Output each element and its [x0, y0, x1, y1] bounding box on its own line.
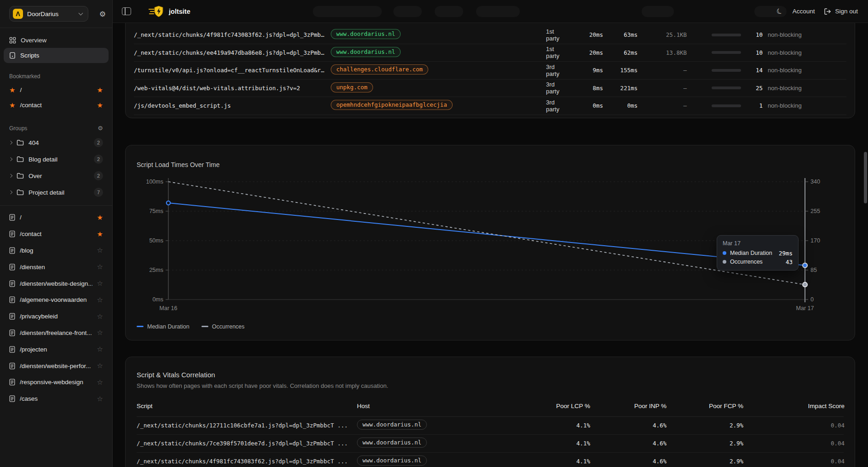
group-item[interactable]: Over 2: [0, 167, 112, 184]
duration-1: 9ms: [563, 67, 603, 74]
bookmarked-item-label: /: [20, 86, 92, 93]
impact-score-value: 0.04: [743, 458, 845, 465]
host-pill[interactable]: www.doordarius.nl: [331, 47, 401, 57]
host-pill[interactable]: opemhndcehfgipokneipaafbglcecjia: [331, 100, 453, 110]
page-item[interactable]: /diensten/freelance-front... ☆: [0, 325, 112, 341]
script-url: /_next/static/chunks/4f981fc743083f62.js…: [134, 31, 331, 38]
script-url: /web-vitals@4/dist/web-vitals.attributio…: [134, 85, 331, 92]
page-item[interactable]: /privacybeleid ☆: [0, 308, 112, 325]
page-item[interactable]: / ★: [0, 209, 112, 226]
chart-card: Script Load Times Over Time 100ms75ms50m…: [125, 145, 855, 340]
app-brand[interactable]: joltsite: [149, 6, 190, 17]
star-toggle-icon[interactable]: ☆: [97, 362, 103, 370]
chevron-right-icon[interactable]: [9, 174, 12, 178]
bookmarked-item[interactable]: ★ / ★: [0, 82, 112, 98]
main-content[interactable]: /_next/static/chunks/4f981fc743083f62.js…: [113, 23, 868, 467]
sidebar-item-label: Scripts: [20, 52, 39, 59]
correlation-subtitle: Shows how often pages with each script h…: [137, 382, 844, 389]
page-item[interactable]: /projecten ☆: [0, 341, 112, 357]
chevron-right-icon[interactable]: [9, 141, 12, 144]
page-item[interactable]: /diensten/website-design... ☆: [0, 275, 112, 292]
star-toggle-icon[interactable]: ★: [97, 213, 103, 222]
group-item[interactable]: Project detail 7: [0, 184, 112, 201]
chevron-right-icon[interactable]: [9, 157, 12, 161]
correlation-row[interactable]: /_next/static/chunks/4f981fc743083f62.js…: [137, 453, 844, 467]
svg-text:0: 0: [811, 296, 814, 303]
page-item[interactable]: /diensten/website-perfor... ☆: [0, 357, 112, 374]
svg-text:50ms: 50ms: [149, 237, 163, 244]
host-cell: www.doordarius.nl: [357, 420, 463, 431]
page-item[interactable]: /cases ☆: [0, 391, 112, 407]
size-value: 13.8KB: [638, 49, 687, 56]
signout-icon: [824, 8, 831, 15]
page-item[interactable]: /responsive-webdesign ☆: [0, 374, 112, 391]
correlation-row[interactable]: /_next/static/chunks/7ce398f5701dee7d.js…: [137, 435, 844, 453]
page-item-label: /algemene-voorwaarden: [20, 296, 92, 303]
legend-median-duration[interactable]: Median Duration: [137, 323, 190, 330]
star-toggle-icon[interactable]: ☆: [97, 263, 103, 271]
group-item[interactable]: Blog detail 2: [0, 151, 112, 167]
host-pill[interactable]: www.doordarius.nl: [357, 455, 427, 466]
script-table-row[interactable]: /_next/static/chunks/ee419a947dba86e8.js…: [134, 44, 846, 62]
impact-score-value: 0.04: [743, 440, 845, 447]
bookmarked-item[interactable]: ★ /contact ★: [0, 98, 112, 113]
page-item[interactable]: /algemene-voorwaarden ☆: [0, 292, 112, 308]
groups-settings-gear-icon[interactable]: ⚙: [98, 125, 103, 132]
host-cell: www.doordarius.nl: [331, 47, 517, 58]
script-table-row[interactable]: /turnstile/v0/api.js?onload=cf__reactTur…: [134, 62, 846, 80]
page-item[interactable]: /contact ★: [0, 226, 112, 242]
host-pill[interactable]: challenges.cloudflare.com: [331, 64, 428, 75]
workspace-switcher[interactable]: Λ DoorDarius: [9, 6, 88, 22]
chevron-right-icon[interactable]: [9, 190, 12, 194]
sidebar-toggle-icon[interactable]: [122, 7, 131, 15]
script-table-row[interactable]: /_next/static/chunks/4f981fc743083f62.js…: [134, 26, 846, 44]
host-pill[interactable]: www.doordarius.nl: [357, 420, 427, 430]
duration-1: 20ms: [563, 31, 603, 38]
app-name: joltsite: [169, 8, 190, 15]
star-toggle-icon[interactable]: ★: [97, 86, 103, 94]
script-table-row[interactable]: /web-vitals@4/dist/web-vitals.attributio…: [134, 80, 846, 98]
star-toggle-icon[interactable]: ☆: [97, 395, 103, 403]
host-cell: www.doordarius.nl: [357, 438, 463, 449]
page-item-label: /projecten: [20, 346, 92, 353]
page-item-label: /diensten/website-perfor...: [20, 363, 92, 369]
host-pill[interactable]: unpkg.com: [331, 82, 373, 92]
usage-bar: [687, 86, 741, 89]
series-dot-icon: [723, 260, 726, 264]
duration-2: 62ms: [603, 49, 638, 56]
script-file-icon: [9, 52, 16, 59]
party-label: 3rd party: [517, 81, 563, 95]
star-toggle-icon[interactable]: ☆: [97, 329, 103, 337]
star-toggle-icon[interactable]: ☆: [97, 345, 103, 353]
sidebar-item-scripts[interactable]: Scripts: [4, 48, 109, 63]
star-toggle-icon[interactable]: ★: [97, 101, 103, 110]
window-scrollbar[interactable]: [864, 152, 867, 203]
svg-text:75ms: 75ms: [149, 208, 163, 214]
correlation-row[interactable]: /_next/static/chunks/12711c106cbfe7a1.js…: [137, 417, 844, 435]
page-item[interactable]: /diensten ☆: [0, 259, 112, 275]
star-toggle-icon[interactable]: ☆: [97, 279, 103, 288]
star-toggle-icon[interactable]: ☆: [97, 246, 103, 254]
star-toggle-icon[interactable]: ☆: [97, 312, 103, 321]
account-button[interactable]: Account: [793, 8, 815, 15]
star-toggle-icon[interactable]: ☆: [97, 296, 103, 304]
impact-score-value: 0.04: [743, 422, 845, 429]
host-pill[interactable]: www.doordarius.nl: [331, 29, 401, 39]
signout-button[interactable]: Sign out: [824, 8, 858, 15]
party-label: 3rd party: [517, 63, 563, 77]
page-item[interactable]: /blog ☆: [0, 242, 112, 259]
sidebar-item-overview[interactable]: Overview: [4, 33, 109, 48]
workspace-name: DoorDarius: [27, 11, 75, 17]
group-count-badge: 2: [94, 171, 103, 180]
legend-occurrences[interactable]: Occurrences: [201, 323, 245, 330]
script-table-row[interactable]: /js/devtools_embed_script.js opemhndcehf…: [134, 97, 846, 115]
correlation-title: Script & Vitals Correlation: [137, 371, 844, 379]
star-toggle-icon[interactable]: ☆: [97, 378, 103, 386]
page-item-label: /blog: [20, 247, 92, 254]
star-toggle-icon[interactable]: ★: [97, 230, 103, 238]
workspace-settings-gear-icon[interactable]: ⚙: [99, 10, 106, 18]
host-cell: www.doordarius.nl: [357, 455, 463, 467]
host-pill[interactable]: www.doordarius.nl: [357, 438, 427, 448]
group-item[interactable]: 404 2: [0, 134, 112, 151]
svg-text:170: 170: [811, 237, 820, 244]
